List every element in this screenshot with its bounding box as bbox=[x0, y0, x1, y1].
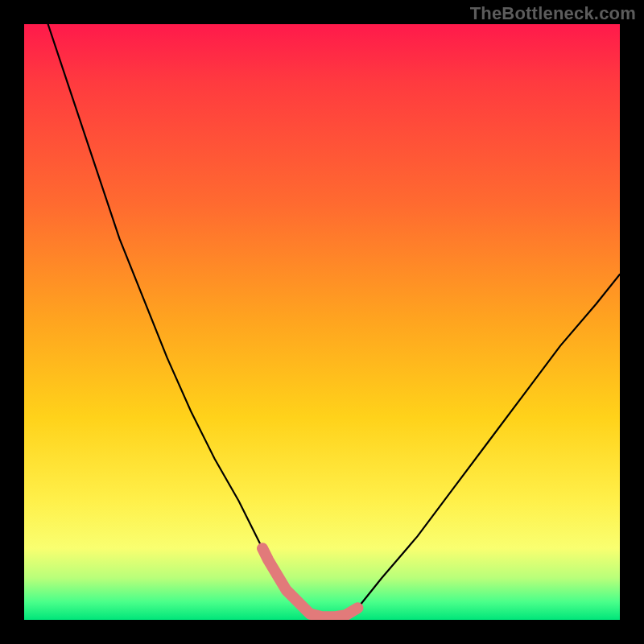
bottom-highlight-segment bbox=[262, 548, 357, 617]
chart-frame: TheBottleneck.com bbox=[0, 0, 644, 644]
watermark-text: TheBottleneck.com bbox=[470, 3, 636, 24]
main-curve bbox=[48, 24, 620, 617]
curve-layer bbox=[24, 24, 620, 620]
plot-area bbox=[24, 24, 620, 620]
